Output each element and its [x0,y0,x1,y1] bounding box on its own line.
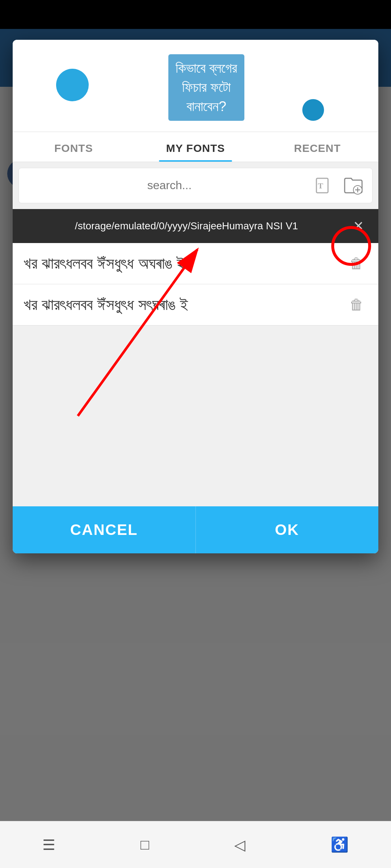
ok-button[interactable]: OK [196,506,379,553]
nav-back-icon[interactable]: ◁ [234,837,245,853]
path-text: /storage/emulated/0/yyyy/SirajeeHumayra … [24,218,349,234]
delete-font-1-icon[interactable]: 🗑 [346,252,367,275]
nav-home-icon[interactable]: □ [140,837,149,853]
preview-text: কিভাবে ব্লগের ফিচার ফটো বানাবেন? [176,59,237,116]
search-input[interactable] [26,179,313,192]
font-preview-1: খর ঝারৎধলবব ঈঁসধুৎধ অঘৰাঙ ই [24,254,346,273]
path-tooltip: /storage/emulated/0/yyyy/SirajeeHumayra … [13,209,378,243]
font-list-empty [13,326,378,506]
svg-text:T: T [318,181,323,190]
tab-my-fonts[interactable]: MY FONTS [135,132,257,162]
font-preview-2: খর ঝারৎধলবব ঈঁসধুৎধ সৎঘৰাঙ ই [24,295,346,314]
bubble-right [302,99,324,121]
font-picker-dialog: কিভাবে ব্লগের ফিচার ফটো বানাবেন? FONTS M… [13,40,378,553]
preview-text-box: কিভাবে ব্লগের ফিচার ফটো বানাবেন? [168,54,245,121]
search-action-icons: T [313,174,365,197]
import-font-icon[interactable]: T [313,174,336,197]
bubble-left [56,69,89,101]
font-preview-area: কিভাবে ব্লগের ফিচার ফটো বানাবেন? [13,40,378,132]
dialog-buttons: CANCEL OK [13,506,378,553]
bottom-nav: ☰ □ ◁ ♿ [0,821,391,868]
cancel-button[interactable]: CANCEL [13,506,196,553]
path-tooltip-close[interactable]: ✕ [349,216,367,236]
font-item-1[interactable]: খর ঝারৎধলবব ঈঁসধুৎধ অঘৰাঙ ই 🗑 [13,243,378,284]
tab-fonts[interactable]: FONTS [13,132,135,162]
font-item-2[interactable]: খর ঝারৎধলবব ঈঁসধুৎধ সৎঘৰাঙ ই 🗑 [13,284,378,326]
tab-recent[interactable]: RECENT [256,132,378,162]
delete-font-2-icon[interactable]: 🗑 [346,293,367,316]
font-list: খর ঝারৎধলবব ঈঁসধুৎধ অঘৰাঙ ই 🗑 খর ঝারৎধলব… [13,243,378,506]
nav-accessibility-icon[interactable]: ♿ [331,836,349,853]
add-folder-icon[interactable] [342,174,365,197]
nav-menu-icon[interactable]: ☰ [42,837,55,853]
tab-bar: FONTS MY FONTS RECENT [13,132,378,162]
search-bar: T [18,168,373,203]
